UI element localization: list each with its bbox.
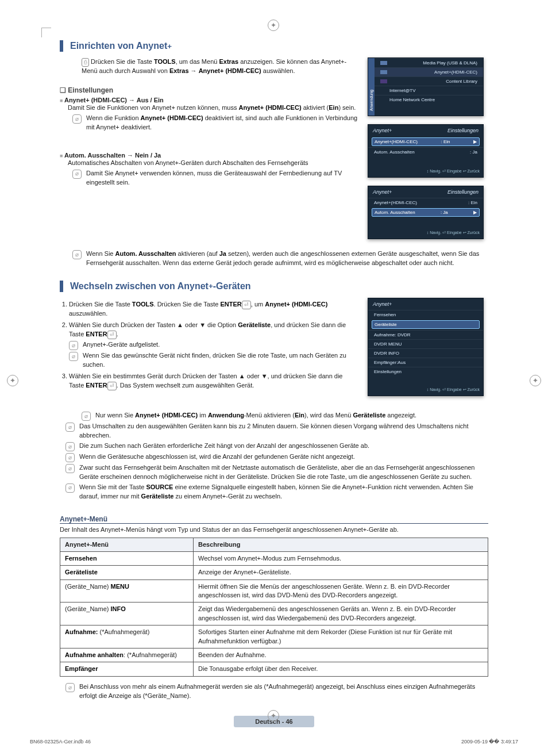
note-icon: ⌀ xyxy=(69,341,78,350)
item-hdmi-cec-body: Damit Sie die Funktionen von Anynet+ nut… xyxy=(68,103,358,113)
note-line: ⌀ Nur wenn Sie Anynet+ (HDMI-CEC) im Anw… xyxy=(82,411,488,421)
note-line: ⌀Bei Anschluss von mehr als einem Aufnah… xyxy=(65,682,488,701)
subhead-settings: Einstellungen xyxy=(60,86,358,94)
print-footer: BN68-02325A-Ger.indb 462009-05-19 �� 3:4… xyxy=(30,739,518,745)
enter-icon: ⏎ xyxy=(242,301,251,309)
note-line: ⌀ Wenn Sie mit der Taste SOURCE eine ext… xyxy=(65,483,488,501)
note-icon: ⌀ xyxy=(65,483,75,493)
enter-icon: ⏎ xyxy=(107,331,117,339)
intro-paragraph: ⎙ Drücken Sie die Taste TOOLS, um das Me… xyxy=(82,57,358,76)
note-line: ⌀Damit Sie Anynet+ verwenden können, mus… xyxy=(72,169,358,187)
note-line: ⌀ Wenn die Funktion Anynet+ (HDMI-CEC) d… xyxy=(72,114,358,132)
item-auto-off-body: Automatisches Abschalten von Anynet+-Ger… xyxy=(68,159,358,168)
note-line: ⌀ Wenn Sie Autom. Ausschalten aktivieren… xyxy=(72,250,488,268)
note-line: ⌀Das Umschalten zu den ausgewählten Gerä… xyxy=(65,422,488,440)
note-icon: ⌀ xyxy=(72,250,82,259)
enter-icon: ⏎ xyxy=(107,382,117,390)
subhead-anynet-menu: Anynet+-Menü xyxy=(60,515,488,524)
screenshot-settings-2: Anynet+Einstellungen Anynet+(HDMI-CEC): … xyxy=(368,186,484,239)
screenshot-app-menu: Anwendung Media Play (USB & DLNA) Anynet… xyxy=(368,57,484,116)
note-icon: ⌀ xyxy=(65,442,75,451)
note-icon: ⌀ xyxy=(65,453,75,462)
note-icon: ⌀ xyxy=(72,114,82,124)
note-icon: ⌀ xyxy=(65,464,75,473)
crop-mark-icon: ✦ xyxy=(7,375,18,386)
screenshot-device-list: Anynet+ Fernsehen Geräteliste Aufnahme: … xyxy=(368,298,484,396)
anynet-menu-table: Anynet+-MenüBeschreibung FernsehenWechse… xyxy=(60,538,488,677)
crop-mark-icon: ✦ xyxy=(268,20,279,31)
screenshot-settings-1: Anynet+Einstellungen Anynet+(HDMI-CEC): … xyxy=(368,124,484,178)
note-icon: ⌀ xyxy=(82,412,91,421)
note-icon: ⌀ xyxy=(65,423,75,432)
tools-icon: ⎙ xyxy=(82,58,89,67)
item-auto-off: Autom. Ausschalten → Nein / Ja xyxy=(60,152,358,159)
menu-desc: Der Inhalt des Anynet+-Menüs hängt vom T… xyxy=(60,526,488,533)
section-title-setup: Einrichten von Anynet+ xyxy=(60,40,488,52)
crop-mark-icon: ✦ xyxy=(268,710,279,722)
steps-list: Drücken Sie die Taste TOOLS. Drücken Sie… xyxy=(69,300,358,390)
section-title-switch: Wechseln zwischen von Anynet+-Geräten xyxy=(60,281,488,292)
crop-mark-icon: ✦ xyxy=(530,375,541,386)
note-line: ⌀Die zum Suchen nach Geräten erforderlic… xyxy=(65,442,488,451)
corner-mark xyxy=(41,28,51,37)
note-icon: ⌀ xyxy=(69,352,78,361)
item-hdmi-cec: Anynet+ (HDMI-CEC) → Aus / Ein xyxy=(60,97,358,103)
note-line: ⌀Wenn die Gerätesuche abgeschlossen ist,… xyxy=(65,452,488,462)
note-icon: ⌀ xyxy=(72,170,82,179)
note-icon: ⌀ xyxy=(65,683,75,692)
note-line: ⌀Zwar sucht das Fernsehgerät beim Anscha… xyxy=(65,463,488,482)
